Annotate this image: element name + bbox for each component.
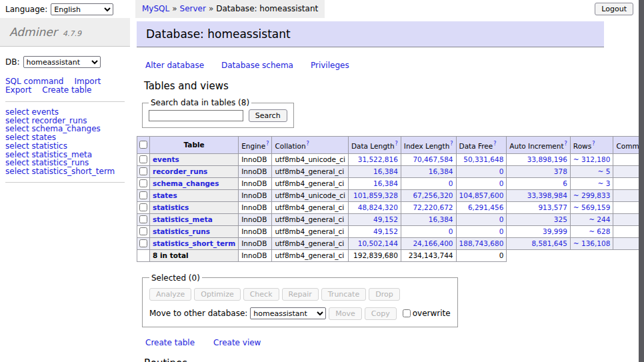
- rows-link[interactable]: ~ 5: [598, 167, 611, 175]
- database-schema-link[interactable]: Database schema: [221, 61, 293, 70]
- check-button[interactable]: Check: [243, 288, 279, 301]
- sidebar-item-select-statistics-short-term[interactable]: select statistics_short_term: [5, 167, 115, 176]
- rows-link[interactable]: ~ 244: [589, 215, 610, 223]
- language-select[interactable]: English: [51, 3, 113, 15]
- create-table-link[interactable]: Create table: [145, 338, 195, 347]
- index-length-link[interactable]: 0: [449, 179, 453, 187]
- row-checkbox[interactable]: [139, 191, 147, 199]
- breadcrumb-server-link[interactable]: Server: [180, 4, 206, 13]
- adminer-brand[interactable]: Adminer: [9, 25, 57, 39]
- table-name-link[interactable]: states: [153, 191, 177, 199]
- select-all-checkbox[interactable]: [139, 141, 147, 149]
- sidebar: Language:English Adminer 4.7.9 DB:homeas…: [0, 0, 130, 189]
- hint-link[interactable]: ?: [450, 141, 453, 147]
- export-link[interactable]: Export: [5, 85, 31, 95]
- index-length-link[interactable]: 24,166,400: [413, 239, 453, 247]
- move-db-select[interactable]: homeassistant: [250, 307, 326, 319]
- data-length-link[interactable]: 16,384: [373, 179, 398, 187]
- data-free-link[interactable]: 50,331,648: [463, 155, 503, 163]
- drop-button[interactable]: Drop: [369, 288, 399, 301]
- row-checkbox[interactable]: [139, 215, 147, 223]
- logout-button[interactable]: Logout: [595, 3, 633, 15]
- search-button[interactable]: Search: [249, 109, 287, 122]
- index-length-link[interactable]: 16,384: [429, 215, 453, 223]
- table-name-link[interactable]: statistics: [153, 203, 189, 211]
- hint-link[interactable]: ?: [395, 141, 398, 147]
- create-view-link[interactable]: Create view: [213, 338, 261, 347]
- row-checkbox[interactable]: [139, 179, 147, 187]
- import-link[interactable]: Import: [74, 77, 101, 86]
- table-name-link[interactable]: statistics_runs: [153, 227, 210, 235]
- data-free-link[interactable]: 0: [499, 215, 504, 223]
- auto-increment-link[interactable]: 33,898,196: [527, 155, 567, 163]
- row-checkbox[interactable]: [139, 203, 147, 211]
- hint-link[interactable]: ?: [307, 141, 309, 147]
- data-free-link[interactable]: 0: [499, 167, 504, 175]
- data-free-link[interactable]: 0: [499, 179, 504, 187]
- data-free-link[interactable]: 188,743,680: [459, 239, 504, 247]
- table-name-link[interactable]: events: [153, 155, 179, 163]
- breadcrumb-mysql-link[interactable]: MySQL: [142, 4, 169, 13]
- move-button[interactable]: Move: [329, 307, 362, 320]
- analyze-button[interactable]: Analyze: [149, 288, 191, 301]
- data-length-link[interactable]: 48,824,320: [358, 203, 398, 211]
- data-length-link[interactable]: 49,152: [373, 227, 398, 235]
- create-table-sidebar-link[interactable]: Create table: [42, 85, 91, 95]
- data-free-link[interactable]: 0: [499, 227, 504, 235]
- auto-increment-link[interactable]: 33,398,984: [527, 191, 567, 199]
- auto-increment-link[interactable]: 6: [563, 179, 567, 187]
- hint-link[interactable]: ?: [266, 141, 269, 147]
- index-length-link[interactable]: 16,384: [429, 167, 453, 175]
- data-free-link[interactable]: 104,857,600: [459, 191, 504, 199]
- rows-link[interactable]: ~ 569,159: [573, 203, 611, 211]
- index-length-link[interactable]: 70,467,584: [413, 155, 453, 163]
- index-length-link[interactable]: 67,256,320: [413, 191, 453, 199]
- data-length-link[interactable]: 16,384: [373, 167, 398, 175]
- table-name-link[interactable]: statistics_meta: [153, 215, 213, 223]
- table-name-link[interactable]: recorder_runs: [153, 167, 207, 175]
- table-name-link[interactable]: statistics_short_term: [153, 239, 235, 247]
- rows-link[interactable]: ~ 312,180: [573, 155, 611, 163]
- row-checkbox[interactable]: [139, 155, 147, 163]
- hint-link[interactable]: ?: [493, 141, 496, 147]
- row-checkbox[interactable]: [139, 167, 147, 175]
- engine-cell: InnoDB: [239, 213, 272, 225]
- auto-increment-link[interactable]: 913,577: [538, 203, 567, 211]
- tables-list: Table Engine? Collation? Data Length? In…: [137, 136, 644, 262]
- db-select[interactable]: homeassistant: [23, 56, 101, 68]
- sql-command-link[interactable]: SQL command: [5, 77, 63, 86]
- row-checkbox[interactable]: [139, 227, 147, 235]
- data-length-link[interactable]: 101,859,328: [353, 191, 398, 199]
- overwrite-checkbox[interactable]: [403, 309, 411, 317]
- data-length-link[interactable]: 31,522,816: [358, 155, 398, 163]
- data-length-link[interactable]: 49,152: [373, 215, 398, 223]
- repair-button[interactable]: Repair: [282, 288, 319, 301]
- copy-button[interactable]: Copy: [365, 307, 397, 320]
- index-length-cell: 72,220,672: [401, 201, 456, 213]
- scrollbar[interactable]: [639, 0, 644, 362]
- rows-link[interactable]: ~ 136,108: [573, 239, 611, 247]
- search-input[interactable]: [149, 110, 243, 121]
- data-free-link[interactable]: 6,291,456: [468, 203, 503, 211]
- privileges-link[interactable]: Privileges: [311, 61, 349, 70]
- auto-increment-link[interactable]: 378: [554, 167, 567, 175]
- index-length-link[interactable]: 72,220,672: [413, 203, 453, 211]
- row-checkbox-cell: [137, 225, 150, 237]
- data-length-link[interactable]: 10,502,144: [358, 239, 398, 247]
- row-checkbox[interactable]: [139, 239, 147, 247]
- auto-increment-link[interactable]: 8,581,645: [531, 239, 567, 247]
- rows-link[interactable]: ~ 3: [598, 179, 611, 187]
- auto-increment-link[interactable]: 39,999: [543, 227, 567, 235]
- rows-link[interactable]: ~ 628: [589, 227, 610, 235]
- table-row: statistics InnoDB utf8mb4_general_ci 48,…: [137, 201, 644, 213]
- db-label: DB:: [5, 57, 20, 67]
- rows-link[interactable]: ~ 299,833: [573, 191, 611, 199]
- hint-link[interactable]: ?: [592, 141, 595, 147]
- alter-database-link[interactable]: Alter database: [145, 61, 204, 70]
- truncate-button[interactable]: Truncate: [321, 288, 366, 301]
- table-name-link[interactable]: schema_changes: [153, 179, 219, 187]
- optimize-button[interactable]: Optimize: [194, 288, 240, 301]
- hint-link[interactable]: ?: [565, 141, 567, 147]
- index-length-link[interactable]: 0: [449, 227, 453, 235]
- auto-increment-link[interactable]: 325: [554, 215, 567, 223]
